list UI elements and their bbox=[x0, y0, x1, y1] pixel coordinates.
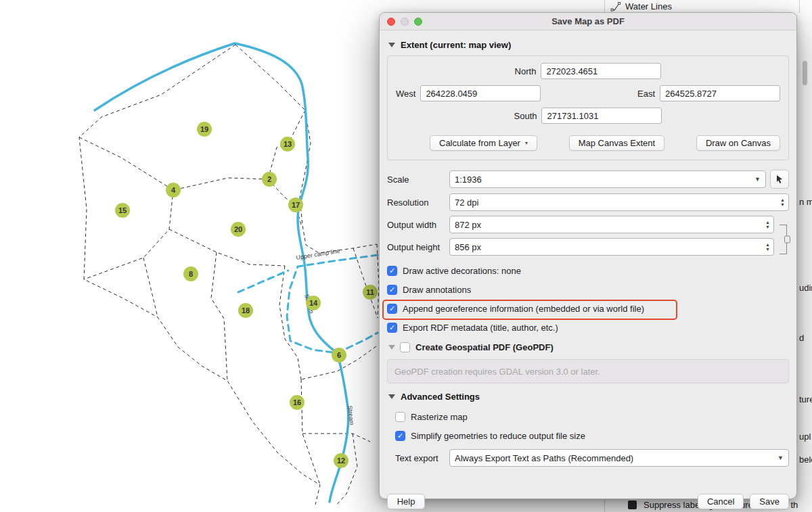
map-marker: 12 bbox=[334, 453, 348, 468]
disclosure-triangle-icon[interactable] bbox=[388, 394, 395, 399]
draw-on-canvas-button[interactable]: Draw on Canvas bbox=[696, 135, 780, 151]
west-input[interactable]: 264228.0459 bbox=[420, 85, 541, 101]
output-width-value: 872 px bbox=[455, 220, 757, 230]
layer-item-water-lines[interactable]: Water Lines bbox=[610, 1, 672, 12]
checkbox-label: Draw active decorations: none bbox=[403, 266, 521, 276]
clipped-text: udin bbox=[799, 283, 812, 293]
output-width-spinner[interactable]: 872 px ▲ ▼ bbox=[449, 216, 774, 233]
map-canvas[interactable]: Upper camp line Stream Stream 1913241715… bbox=[0, 0, 406, 512]
section-title: Advanced Settings bbox=[401, 392, 480, 402]
geopdf-note: GeoPDF creation requires GDAL version 3.… bbox=[387, 359, 789, 383]
minimize-button bbox=[401, 18, 409, 26]
simplify-geometries-checkbox[interactable] bbox=[395, 431, 405, 441]
spinner-up-icon[interactable]: ▲ bbox=[765, 220, 770, 225]
cancel-button[interactable]: Cancel bbox=[698, 494, 744, 509]
south-value: 271731.1031 bbox=[547, 111, 598, 121]
map-marker: 14 bbox=[306, 296, 321, 310]
checkbox-label: Draw annotations bbox=[403, 285, 471, 295]
button-label: Save bbox=[759, 496, 780, 507]
button-label: Calculate from Layer bbox=[439, 138, 520, 148]
spinner-up-icon[interactable]: ▲ bbox=[780, 197, 785, 202]
map-marker: 18 bbox=[238, 303, 253, 318]
output-height-value: 856 px bbox=[455, 242, 757, 252]
section-title: Extent (current: map view) bbox=[401, 40, 511, 50]
map-marker: 4 bbox=[166, 183, 181, 197]
checkbox-label: Append georeference information (embedde… bbox=[403, 304, 644, 314]
stream-line bbox=[95, 43, 348, 502]
button-label: Cancel bbox=[707, 496, 734, 507]
spinner-down-icon[interactable]: ▼ bbox=[780, 202, 785, 207]
text-export-label: Text export bbox=[395, 453, 449, 463]
clipped-text: upl bbox=[799, 432, 811, 442]
clipped-text: d bbox=[799, 333, 804, 343]
scale-combobox[interactable]: 1:1936 ▼ bbox=[449, 170, 766, 188]
svg-text:20: 20 bbox=[234, 225, 242, 233]
pick-scale-button[interactable] bbox=[770, 170, 789, 189]
chevron-down-icon[interactable]: ▼ bbox=[777, 455, 784, 461]
svg-text:17: 17 bbox=[292, 201, 300, 209]
svg-text:15: 15 bbox=[118, 206, 127, 214]
map-canvas-extent-button[interactable]: Map Canvas Extent bbox=[569, 135, 664, 151]
text-export-dropdown[interactable]: Always Export Text as Paths (Recommended… bbox=[449, 449, 789, 467]
append-georeference-checkbox[interactable] bbox=[387, 304, 397, 314]
advanced-section-header: Advanced Settings bbox=[387, 392, 789, 402]
chevron-down-icon[interactable]: ▼ bbox=[754, 176, 761, 183]
east-value: 264525.8727 bbox=[665, 89, 717, 99]
north-input[interactable]: 272023.4651 bbox=[541, 63, 661, 79]
svg-text:12: 12 bbox=[337, 457, 345, 465]
svg-text:16: 16 bbox=[293, 398, 301, 406]
scrollbar-thumb[interactable] bbox=[803, 61, 807, 85]
east-input[interactable]: 264525.8727 bbox=[660, 85, 780, 101]
clipped-text: n m bbox=[799, 197, 812, 207]
stepper-arrows-icon[interactable]: ▲ ▼ bbox=[765, 242, 770, 252]
svg-text:18: 18 bbox=[242, 306, 250, 315]
extent-section-header: Extent (current: map view) bbox=[387, 40, 789, 50]
dropdown-arrow-icon: ▾ bbox=[525, 140, 528, 146]
output-height-spinner[interactable]: 856 px ▲ ▼ bbox=[449, 238, 774, 256]
disclosure-triangle-icon[interactable] bbox=[388, 345, 395, 350]
stepper-arrows-icon[interactable]: ▲ ▼ bbox=[765, 220, 770, 229]
svg-text:8: 8 bbox=[189, 270, 193, 278]
spinner-down-icon[interactable]: ▼ bbox=[765, 247, 770, 252]
export-rdf-metadata-checkbox[interactable] bbox=[387, 323, 397, 333]
draw-decorations-checkbox[interactable] bbox=[387, 266, 397, 276]
map-markers: 191324171520811141861612 bbox=[115, 122, 378, 468]
checkbox-label: Simplify geometries to reduce output fil… bbox=[411, 431, 585, 441]
map-marker: 15 bbox=[115, 203, 130, 218]
checkbox-label: Export RDF metadata (title, author, etc.… bbox=[403, 323, 558, 333]
svg-text:19: 19 bbox=[200, 125, 208, 133]
checkbox-label: Rasterize map bbox=[411, 412, 468, 422]
map-marker: 19 bbox=[197, 122, 212, 137]
layer-label: Water Lines bbox=[625, 1, 672, 11]
close-button[interactable] bbox=[387, 18, 395, 26]
output-width-label: Output width bbox=[387, 220, 449, 230]
disclosure-triangle-icon[interactable] bbox=[388, 43, 395, 47]
save-button[interactable]: Save bbox=[750, 494, 789, 509]
svg-text:6: 6 bbox=[337, 351, 341, 359]
calculate-from-layer-button[interactable]: Calculate from Layer ▾ bbox=[430, 135, 537, 151]
resolution-spinner[interactable]: 72 dpi ▲ ▼ bbox=[449, 193, 789, 211]
extent-group-box: North 272023.4651 West 264228.0459 East … bbox=[387, 55, 789, 160]
lock-aspect-ratio-icon[interactable] bbox=[780, 225, 787, 254]
window-controls bbox=[387, 13, 422, 30]
svg-text:13: 13 bbox=[284, 140, 292, 148]
rasterize-map-checkbox[interactable] bbox=[395, 412, 405, 422]
spinner-up-icon[interactable]: ▲ bbox=[765, 242, 770, 247]
map-marker: 6 bbox=[332, 348, 346, 363]
svg-text:2: 2 bbox=[267, 175, 271, 183]
create-geopdf-checkbox[interactable] bbox=[400, 342, 410, 352]
west-label: West bbox=[396, 89, 415, 99]
draw-annotations-checkbox[interactable] bbox=[387, 285, 397, 295]
titlebar[interactable]: Save Map as PDF bbox=[380, 13, 796, 30]
button-label: Map Canvas Extent bbox=[579, 138, 655, 148]
svg-text:14: 14 bbox=[309, 299, 318, 307]
south-input[interactable]: 271731.1031 bbox=[541, 108, 662, 124]
zoom-button[interactable] bbox=[414, 18, 422, 26]
spinner-down-icon[interactable]: ▼ bbox=[765, 225, 770, 229]
north-label: North bbox=[515, 66, 537, 76]
stepper-arrows-icon[interactable]: ▲ ▼ bbox=[780, 197, 785, 207]
svg-text:11: 11 bbox=[366, 288, 374, 296]
help-button[interactable]: Help bbox=[387, 494, 425, 509]
output-height-label: Output height bbox=[387, 242, 449, 252]
cursor-icon bbox=[775, 174, 784, 184]
